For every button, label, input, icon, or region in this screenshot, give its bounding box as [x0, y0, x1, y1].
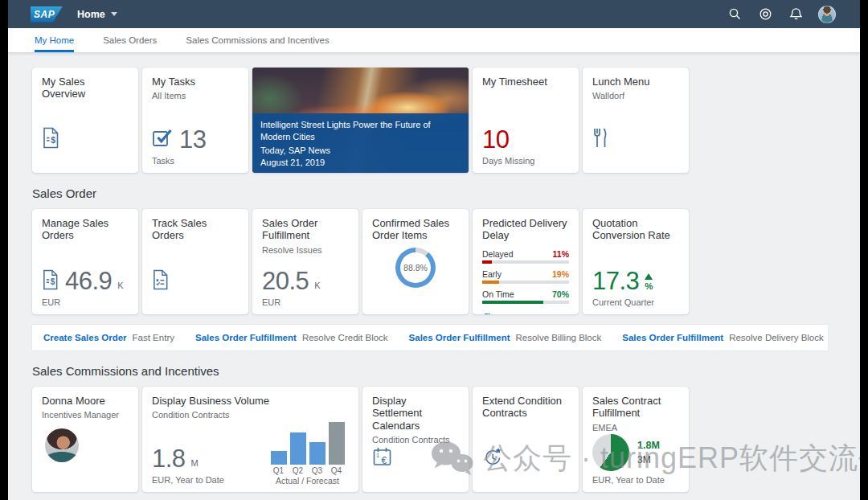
bar-category: Q4 [329, 466, 345, 475]
svg-text:$: $ [51, 135, 55, 145]
bar-fill [482, 301, 543, 304]
tile-title: Track Sales Orders [152, 217, 239, 242]
tile-subtitle: EMEA [592, 423, 679, 432]
trend-indicator: % [645, 273, 653, 291]
tile-sales-contract-fulfillment[interactable]: Sales Contract Fulfillment EMEA 1.8M 3M … [583, 387, 689, 492]
tile-predicted-delivery-delay[interactable]: Predicted Delivery Delay Delayed 11% Ear… [473, 209, 579, 314]
kpi-value: 20.5 [262, 268, 309, 293]
link-description: Resolve Delivery Block [729, 333, 824, 342]
quick-links-bar: Create Sales Order Fast Entry Sales Orde… [32, 325, 828, 350]
search-icon[interactable] [727, 6, 743, 23]
copilot-icon[interactable] [757, 6, 773, 23]
tile-title: Extend Condition Contracts [482, 395, 569, 420]
tile-subtitle: Incentives Manager [42, 410, 129, 420]
bar-label: Delayed [482, 249, 514, 259]
tile-title: Sales Order Fulfillment [262, 217, 349, 242]
screen: SAP Home My Home Sales Orders [0, 0, 868, 500]
tile-track-sales-orders[interactable]: Track Sales Orders [142, 209, 248, 314]
tile-footer [372, 297, 459, 308]
tile-donna-moore[interactable]: Donna Moore Incentives Manager [32, 387, 138, 492]
confirmed-donut-label: 88.8% [400, 252, 431, 283]
tab-my-home[interactable]: My Home [35, 28, 74, 52]
tile-title: Confirmed Sales Order Items [372, 217, 459, 242]
bar-label: Early [482, 269, 502, 279]
bar-q1 [271, 451, 287, 465]
tile-my-timesheet[interactable]: My Timesheet 10 Days Missing [473, 68, 579, 173]
refresh-text: 5 minutes ago [495, 313, 551, 314]
sales-order-tile-row: Manage Sales Orders $ 46.9 K EUR Track S… [32, 209, 836, 314]
link-sales-order-fulfillment-billing[interactable]: Sales Order Fulfillment [409, 333, 510, 342]
tile-footer [152, 297, 239, 308]
bar-label: On Time [482, 289, 514, 299]
kpi-scale: K [314, 281, 320, 290]
link-description: Fast Entry [133, 333, 174, 342]
tile-title: My Sales Overview [42, 76, 129, 100]
sap-logo[interactable]: SAP [31, 6, 63, 23]
home-menu-button[interactable]: Home [77, 9, 117, 20]
tile-title: Display Settlement Calendars [372, 395, 459, 432]
tile-footer: EUR, Year to Date [152, 475, 266, 486]
tasks-count: 13 [179, 127, 206, 152]
tile-footer [592, 156, 679, 166]
tab-sales-commissions[interactable]: Sales Commissions and Incentives [186, 28, 329, 52]
tab-sales-orders[interactable]: Sales Orders [103, 28, 157, 52]
tile-lunch-menu[interactable]: Lunch Menu Walldorf [583, 68, 689, 173]
link-create-sales-order[interactable]: Create Sales Order [43, 333, 127, 342]
bar-category: Q2 [290, 466, 306, 475]
tile-my-sales-overview[interactable]: My Sales Overview $ [32, 68, 138, 173]
kpi-value: 17.3 [592, 268, 639, 293]
tile-subtitle: Condition Contracts [152, 410, 349, 420]
tile-title: Display Business Volume [152, 395, 349, 407]
link-description: Resolve Credit Block [302, 333, 388, 342]
bar-q2 [290, 432, 306, 465]
tile-sales-order-fulfillment[interactable]: Sales Order Fulfillment Resolve Issues 2… [252, 209, 358, 314]
person-avatar [45, 428, 79, 462]
svg-text:€: € [382, 455, 387, 466]
kpi-value: 1.8 [152, 446, 186, 471]
tile-title: Lunch Menu [592, 76, 679, 88]
tile-title: My Tasks [152, 76, 239, 88]
link-group: Create Sales Order Fast Entry [43, 333, 174, 342]
contract-actual-value: 1.8M [637, 440, 660, 451]
user-avatar[interactable] [818, 6, 836, 23]
sales-document-icon: $ [42, 127, 60, 152]
refresh-icon [482, 313, 491, 314]
tile-subtitle: Resolve Issues [262, 245, 349, 255]
link-group: Sales Order Fulfillment Resolve Billing … [409, 333, 602, 342]
tile-extend-condition-contracts[interactable]: Extend Condition Contracts [473, 387, 579, 492]
bar-q3 [309, 442, 326, 465]
refresh-status[interactable]: 5 minutes ago [482, 313, 569, 314]
my-home-tile-row: My Sales Overview $ My Tasks All Items [32, 68, 836, 173]
meal-fork-knife-icon [592, 127, 608, 152]
shell-title-label: Home [77, 9, 105, 20]
bar-category: Q3 [309, 466, 326, 475]
link-sales-order-fulfillment-credit[interactable]: Sales Order Fulfillment [195, 333, 297, 342]
tile-quotation-conversion-rate[interactable]: Quotation Conversion Rate 17.3 % Current… [583, 209, 689, 314]
bar-q4 [329, 422, 345, 465]
notifications-bell-icon[interactable] [788, 6, 804, 23]
tile-footer [42, 156, 129, 166]
tile-footer: Tasks [152, 156, 239, 166]
contract-target-value: 3M [637, 454, 660, 465]
tile-subtitle: Walldorf [592, 91, 679, 100]
tile-title: My Timesheet [482, 76, 569, 88]
tile-footer: Current Quarter [592, 297, 679, 308]
kpi-unit: % [645, 281, 653, 291]
tile-display-settlement-calendars[interactable]: Display Settlement Calendars Condition C… [362, 387, 469, 492]
link-sales-order-fulfillment-delivery[interactable]: Sales Order Fulfillment [622, 333, 723, 342]
tile-news[interactable]: Intelligent Street Lights Power the Futu… [252, 68, 469, 173]
svg-text:$: $ [51, 277, 55, 285]
tile-confirmed-sales-order-items[interactable]: Confirmed Sales Order Items 88.8% [362, 209, 469, 314]
tile-footer: EUR [42, 297, 129, 308]
tile-my-tasks[interactable]: My Tasks All Items 13 Tasks [142, 68, 248, 173]
link-group: Sales Order Fulfillment Resolve Credit B… [195, 333, 388, 342]
tile-subtitle: Condition Contracts [372, 435, 459, 445]
tile-title: Quotation Conversion Rate [592, 217, 679, 242]
news-source: Today, SAP News [260, 145, 461, 157]
contract-pie [592, 434, 629, 471]
kpi-scale: M [191, 458, 199, 468]
link-description: Resolve Billing Block [516, 333, 602, 342]
tile-manage-sales-orders[interactable]: Manage Sales Orders $ 46.9 K EUR [32, 209, 138, 314]
tile-display-business-volume[interactable]: Display Business Volume Condition Contra… [142, 387, 358, 492]
timesheet-value: 10 [482, 127, 509, 152]
